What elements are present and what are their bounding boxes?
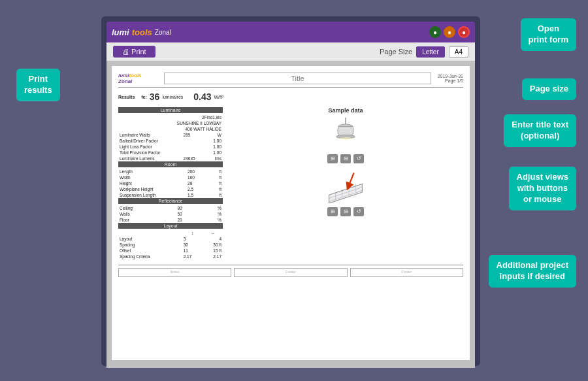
wpf-value: 0.43 bbox=[193, 91, 211, 102]
action-icon-1[interactable]: ⊞ bbox=[327, 154, 338, 163]
app-topbar: lumi tools Zonal ● ● ● bbox=[106, 22, 475, 42]
luminaires-label: luminaires bbox=[162, 95, 183, 99]
footer-cell-1[interactable]: Notes bbox=[118, 268, 231, 277]
a4-button[interactable]: A4 bbox=[449, 46, 468, 58]
callout-open-form: Open print form bbox=[521, 18, 576, 51]
letter-button[interactable]: Letter bbox=[416, 46, 445, 58]
page-size-group: Page Size Letter A4 bbox=[380, 46, 468, 58]
logo-zonal: Zonal bbox=[155, 29, 171, 36]
doc-date-area: 2019-Jan-31 Page 1/5 bbox=[438, 74, 463, 83]
icon-red[interactable]: ● bbox=[458, 26, 470, 38]
app-window: lumi tools Zonal ● ● ● 🖨 Print Page Size… bbox=[101, 16, 480, 366]
icon-green[interactable]: ● bbox=[429, 26, 441, 38]
action-icon-6[interactable]: ↺ bbox=[353, 207, 364, 216]
action-icon-3[interactable]: ↺ bbox=[353, 154, 364, 163]
footer-label-1: Notes bbox=[120, 270, 229, 274]
action-icon-5[interactable]: ⊟ bbox=[340, 207, 351, 216]
document-area: lumitools Zonal 2019-Jan-31 Page 1/5 Res… bbox=[106, 61, 475, 368]
results-label: Results bbox=[118, 95, 135, 99]
luminaires-count: 36 bbox=[150, 91, 160, 102]
page-size-label: Page Size bbox=[380, 48, 412, 56]
icon-row-2: ⊞ ⊟ ↺ bbox=[327, 207, 364, 216]
print-button[interactable]: 🖨 Print bbox=[113, 46, 155, 58]
top-icons: ● ● ● bbox=[429, 26, 470, 38]
luminaire-table: 2Find1.ies SUNSHINE II LOWBAY 400 WATT H… bbox=[118, 114, 223, 161]
app-logo: lumi tools Zonal bbox=[112, 27, 171, 37]
doc-content: Luminaire 2Find1.ies SUNSHINE II LOWBAY … bbox=[118, 107, 463, 259]
layout-table: ↕↔ Layout34 Spacing3030 ft Offset1115 ft… bbox=[118, 230, 223, 259]
callout-print-results: Print results bbox=[16, 69, 60, 101]
callout-adjust-views: Adjust views with buttons or mouse bbox=[509, 167, 576, 210]
callout-page-size: Page size bbox=[522, 78, 576, 100]
doc-right: Sample data ⊞ bbox=[228, 107, 463, 259]
title-input[interactable] bbox=[164, 73, 431, 84]
doc-logo: lumitools Zonal bbox=[118, 73, 157, 84]
layout-section-header: Layout bbox=[118, 223, 223, 229]
luminaire-svg bbox=[326, 118, 365, 150]
doc-title-area[interactable] bbox=[164, 73, 431, 84]
logo-lumi: lumi bbox=[112, 27, 129, 37]
reflectance-section-header: Reflectance bbox=[118, 198, 223, 204]
action-icon-4[interactable]: ⊞ bbox=[327, 207, 338, 216]
print-toolbar: 🖨 Print Page Size Letter A4 bbox=[106, 42, 475, 61]
doc-header: lumitools Zonal 2019-Jan-31 Page 1/5 bbox=[118, 73, 463, 88]
callout-additional: Additional project inputs if desired bbox=[489, 255, 577, 288]
room-section-header: Room bbox=[118, 161, 223, 167]
doc-footer: Notes Footer Footer bbox=[118, 265, 463, 277]
svg-point-10 bbox=[340, 137, 351, 140]
svg-line-21 bbox=[348, 173, 353, 186]
footer-label-2: Footer bbox=[236, 270, 345, 274]
wpf-unit: W/ft² bbox=[214, 95, 224, 99]
footer-cell-2[interactable]: Footer bbox=[234, 268, 347, 277]
action-icon-2[interactable]: ⊟ bbox=[340, 154, 351, 163]
doc-left: Luminaire 2Find1.ies SUNSHINE II LOWBAY … bbox=[118, 107, 223, 259]
sample-data-label: Sample data bbox=[328, 107, 363, 114]
room-table: Length200ft Width100ft Height28ft Workpl… bbox=[118, 169, 223, 198]
footer-cell-3[interactable]: Footer bbox=[350, 268, 463, 277]
reflectance-table: Ceiling80% Walls50% Floor20% bbox=[118, 205, 223, 223]
logo-tools: tools bbox=[132, 27, 152, 37]
icon-orange[interactable]: ● bbox=[444, 26, 455, 38]
luminaire-section-header: Luminaire bbox=[118, 107, 223, 113]
callout-enter-title: Enter title text (optional) bbox=[504, 114, 576, 147]
doc-logo-area: lumitools Zonal bbox=[118, 73, 157, 84]
document-page: lumitools Zonal 2019-Jan-31 Page 1/5 Res… bbox=[112, 66, 470, 360]
grid-3d-svg bbox=[319, 167, 372, 203]
footer-label-3: Footer bbox=[352, 270, 461, 274]
fc-label: fc: bbox=[141, 95, 147, 99]
results-row: Results fc: 36 luminaires 0.43 W/ft² bbox=[118, 91, 463, 102]
icon-row-1: ⊞ ⊟ ↺ bbox=[327, 154, 364, 163]
